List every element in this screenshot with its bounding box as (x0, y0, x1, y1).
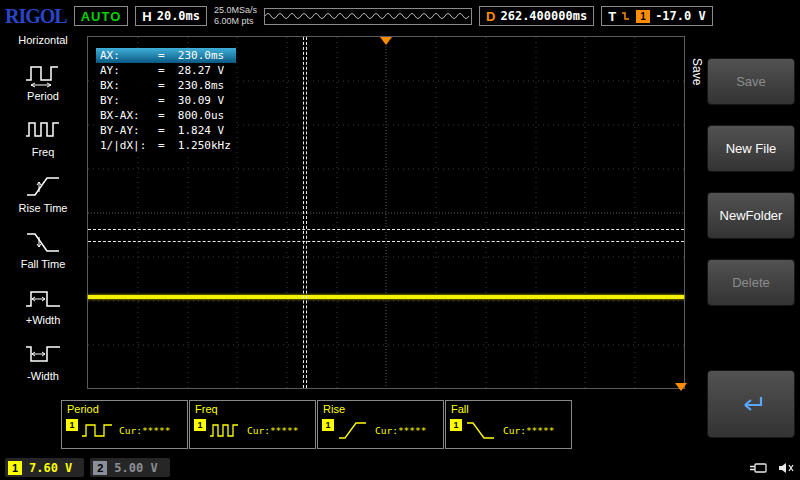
sidebar-item-label: Fall Time (21, 258, 66, 270)
horizontal-timebase-box: H 20.0ms (135, 6, 207, 26)
measure-panel-fall: Fall 1 Cur:***** Avg:***** Max:***** Min… (445, 400, 572, 449)
sidebar-item-label: Period (27, 90, 59, 102)
sample-rate: 25.0MSa/s (214, 5, 257, 16)
channel-2-badge: 2 (93, 461, 107, 475)
source-badge: 1 (194, 419, 206, 431)
trigger-box: T 1 -17.0 V (601, 6, 713, 26)
oscilloscope-screen: RIGOL AUTO H 20.0ms 25.0MSa/s 6.00M pts … (0, 0, 800, 480)
freq-glyph-icon (208, 419, 242, 441)
new-folder-button[interactable]: NewFolder (707, 192, 795, 239)
readout-row-bx: BX: = 230.8ms (96, 78, 236, 93)
sidebar-item-label: Freq (32, 146, 55, 158)
cursor-ay-line[interactable] (88, 229, 684, 230)
new-file-button[interactable]: New File (707, 125, 795, 172)
delay-box: D 262.400000ms (479, 6, 594, 26)
status-icons (748, 461, 795, 475)
trigger-position-marker[interactable] (380, 37, 392, 45)
sidebar-title: Horizontal (18, 34, 68, 46)
sidebar-item-label: -Width (27, 370, 59, 382)
source-badge: 1 (66, 419, 78, 431)
trigger-level-value: -17.0 V (655, 9, 706, 23)
delay-value: 262.400000ms (500, 9, 587, 23)
channel-2-pill[interactable]: 2 5.00 V (90, 458, 169, 477)
measure-panel-freq: Freq 1 Cur:***** Avg:***** Max:***** Min… (189, 400, 316, 449)
measure-panel-period: Period 1 Cur:***** Avg:***** Max:***** M… (61, 400, 188, 449)
source-badge: 1 (322, 419, 334, 431)
top-status-bar: RIGOL AUTO H 20.0ms 25.0MSa/s 6.00M pts … (0, 0, 800, 32)
sidebar-item-label: Rise Time (19, 202, 68, 214)
trigger-slope-icon (621, 10, 631, 22)
measure-panel-rise: Rise 1 Cur:***** Avg:***** Max:***** Min… (317, 400, 444, 449)
acquisition-status: AUTO (74, 6, 129, 26)
cursor-ax-line[interactable] (303, 37, 304, 388)
back-button[interactable] (707, 370, 795, 438)
rise-glyph-icon (336, 419, 370, 441)
freq-icon (23, 115, 63, 145)
memory-depth: 6.00M pts (214, 16, 257, 27)
ch1-waveform-trace (88, 295, 684, 299)
timebase-value: 20.0ms (157, 9, 200, 23)
sidebar-item-freq[interactable]: Freq (23, 115, 63, 158)
sidebar-item-rise-time[interactable]: Rise Time (19, 171, 68, 214)
graticule-display: AX: = 230.0ms AY: = 28.27 V BX: = 230.8m… (87, 36, 685, 389)
trigger-level-offscreen-marker (675, 383, 687, 391)
d-label: D (486, 9, 495, 24)
sidebar-item-period[interactable]: Period (23, 59, 63, 102)
sidebar-item-minus-width[interactable]: -Width (23, 339, 63, 382)
sidebar-item-label: +Width (26, 314, 61, 326)
channel-1-pill[interactable]: 1 7.60 V (5, 458, 84, 477)
channel-1-scale: 7.60 V (29, 461, 72, 475)
fall-time-icon (23, 227, 63, 257)
return-arrow-icon (736, 394, 766, 414)
trigger-source-badge: 1 (636, 10, 650, 23)
readout-row-byay: BY-AY: = 1.824 V (96, 123, 236, 138)
period-glyph-icon (80, 419, 114, 441)
softkey-menu: Save Save New File NewFolder Delete (685, 32, 800, 480)
measurement-panels: Period 1 Cur:***** Avg:***** Max:***** M… (61, 400, 573, 449)
delete-button[interactable]: Delete (707, 259, 795, 306)
usb-icon (748, 461, 768, 475)
period-icon (23, 59, 63, 89)
save-button[interactable]: Save (707, 58, 795, 105)
waveform-preview (264, 8, 472, 25)
t-label: T (608, 9, 616, 24)
horizontal-measure-sidebar: Horizontal Period Freq Rise Time (0, 32, 86, 454)
fall-glyph-icon (464, 419, 498, 441)
readout-row-inv-dx: 1/|dX|: = 1.250kHz (96, 138, 236, 153)
preview-sine-icon (265, 9, 471, 24)
channel-status-bar: 1 7.60 V 2 5.00 V (0, 455, 800, 480)
cursor-readout-box: AX: = 230.0ms AY: = 28.27 V BX: = 230.8m… (96, 48, 236, 153)
rigol-logo: RIGOL (5, 5, 67, 28)
channel-1-badge: 1 (8, 461, 22, 475)
minus-width-icon (23, 339, 63, 369)
readout-row-ay: AY: = 28.27 V (96, 63, 236, 78)
auto-status-label: AUTO (81, 9, 122, 24)
speaker-icon (777, 461, 795, 475)
rise-time-icon (23, 171, 63, 201)
cursor-by-line[interactable] (88, 241, 684, 242)
h-label: H (142, 9, 151, 24)
sidebar-item-plus-width[interactable]: +Width (23, 283, 63, 326)
source-badge: 1 (450, 419, 462, 431)
sidebar-item-fall-time[interactable]: Fall Time (21, 227, 66, 270)
cursor-bx-line[interactable] (306, 37, 307, 388)
channel-2-scale: 5.00 V (114, 461, 157, 475)
plus-width-icon (23, 283, 63, 313)
readout-row-bxax: BX-AX: = 800.0us (96, 108, 236, 123)
readout-row-by: BY: = 30.09 V (96, 93, 236, 108)
sample-rate-block: 25.0MSa/s 6.00M pts (214, 5, 257, 27)
menu-tab-save: Save (690, 58, 704, 85)
readout-row-ax: AX: = 230.0ms (96, 48, 236, 63)
